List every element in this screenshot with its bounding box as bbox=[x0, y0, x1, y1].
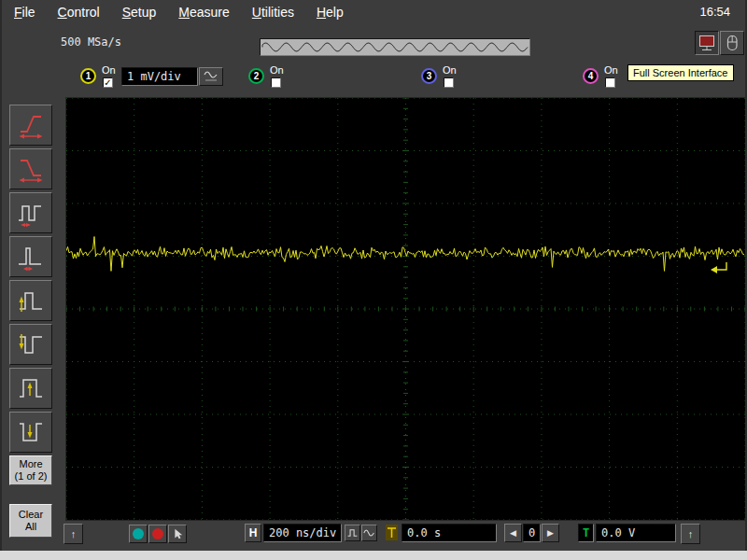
horizontal-settings-button[interactable]: H bbox=[245, 524, 261, 542]
channel-2-on-label: On bbox=[270, 64, 284, 76]
trigger-time-display[interactable]: 0.0 s bbox=[402, 524, 497, 542]
expand-right-panel-button[interactable]: ↑ bbox=[681, 524, 700, 544]
trigger-falling-edge-button[interactable] bbox=[9, 148, 52, 189]
channel-1-checkmark: ✓ bbox=[104, 77, 111, 88]
acquisition-preview-bar[interactable] bbox=[260, 38, 530, 56]
trigger-negative-pulse-button[interactable] bbox=[9, 324, 52, 365]
menu-bar: File Control Setup Measure Utilities Hel… bbox=[2, 0, 745, 24]
trigger-pulse-width-button[interactable] bbox=[9, 192, 52, 233]
touch-button[interactable] bbox=[168, 525, 187, 543]
run-indicator bbox=[133, 528, 144, 539]
sine-wave-icon bbox=[203, 70, 219, 83]
pulse-icon bbox=[346, 527, 359, 539]
delay-step-display[interactable]: 0 bbox=[523, 524, 541, 542]
channel-4-checkbox[interactable] bbox=[605, 77, 615, 88]
trigger-high-pulse-button[interactable] bbox=[9, 368, 52, 409]
timebase-display[interactable]: 200 ns/div bbox=[263, 524, 342, 542]
delay-increment-button[interactable]: ▶ bbox=[542, 524, 559, 542]
sine-icon bbox=[363, 527, 375, 539]
channel-1-on-label: On bbox=[102, 64, 116, 76]
channel-3-number: 3 bbox=[427, 71, 432, 81]
clear-all-button[interactable]: Clear All bbox=[9, 504, 52, 538]
menu-help[interactable]: Help bbox=[317, 5, 344, 20]
channel-4-on-label: On bbox=[604, 64, 618, 76]
trigger-low-pulse-button[interactable] bbox=[9, 412, 52, 453]
tooltip: Full Screen Interface bbox=[627, 64, 734, 81]
negative-pulse-icon bbox=[15, 329, 47, 360]
desktop-strip bbox=[0, 551, 747, 560]
up-arrow-icon: ↑ bbox=[688, 529, 694, 539]
oscilloscope-app-window: File Control Setup Measure Utilities Hel… bbox=[0, 0, 747, 551]
monitor-icon bbox=[696, 32, 718, 54]
more-label-line2: (1 of 2) bbox=[15, 470, 48, 483]
trigger-time-value: 0.0 s bbox=[407, 526, 441, 539]
trigger-label: T bbox=[583, 526, 589, 539]
menu-control[interactable]: Control bbox=[58, 5, 100, 20]
trigger-positive-pulse-button[interactable] bbox=[9, 280, 52, 321]
timebase-mode-sine-button[interactable] bbox=[361, 525, 377, 541]
run-button[interactable] bbox=[129, 525, 148, 543]
channel-1-button[interactable]: 1 bbox=[80, 68, 96, 84]
waveform-display[interactable] bbox=[65, 97, 746, 521]
trigger-time-icon bbox=[385, 524, 400, 542]
channel-3-checkbox[interactable] bbox=[444, 77, 454, 88]
delay-decrement-button[interactable]: ◀ bbox=[504, 524, 522, 542]
channel-1-scale-value: 1 mV/div bbox=[127, 70, 181, 83]
timebase-mode-pulse-button[interactable] bbox=[345, 525, 360, 541]
delay-step-value: 0 bbox=[529, 526, 535, 539]
stop-indicator bbox=[152, 528, 163, 539]
falling-edge-icon bbox=[15, 153, 47, 185]
menu-file[interactable]: File bbox=[14, 5, 35, 20]
channel-4-number: 4 bbox=[588, 71, 594, 81]
channel-3-on-label: On bbox=[443, 64, 457, 76]
trigger-rising-edge-button[interactable] bbox=[9, 105, 52, 146]
glitch-icon bbox=[15, 241, 47, 273]
menu-utilities[interactable]: Utilities bbox=[252, 5, 294, 20]
horizontal-label: H bbox=[249, 526, 258, 539]
trigger-level-display[interactable]: 0.0 V bbox=[596, 524, 676, 542]
channel-1-checkbox[interactable]: ✓ bbox=[103, 77, 113, 88]
graticule bbox=[66, 98, 745, 520]
clock: 16:54 bbox=[699, 5, 730, 19]
menu-setup[interactable]: Setup bbox=[122, 5, 157, 20]
up-arrow-icon: ↑ bbox=[71, 529, 77, 539]
channel-2-checkbox[interactable] bbox=[271, 77, 281, 88]
pulse-width-icon bbox=[15, 197, 47, 229]
menu-measure[interactable]: Measure bbox=[178, 5, 229, 20]
mouse-settings-button[interactable] bbox=[720, 31, 744, 55]
left-arrow-icon: ◀ bbox=[510, 529, 516, 538]
mouse-icon bbox=[721, 32, 743, 54]
stop-button[interactable] bbox=[148, 525, 167, 543]
right-arrow-icon: ▶ bbox=[547, 529, 554, 538]
sample-rate-readout: 500 MSa/s bbox=[61, 35, 121, 49]
acquisition-preview-waveform bbox=[261, 39, 529, 55]
waveform-trace bbox=[66, 237, 744, 272]
channel-1-scale-display[interactable]: 1 mV/div bbox=[121, 67, 198, 86]
rising-edge-icon bbox=[15, 109, 47, 141]
fullscreen-interface-button[interactable] bbox=[695, 31, 719, 55]
timebase-value: 200 ns/div bbox=[269, 526, 336, 539]
channel-4-button[interactable]: 4 bbox=[583, 68, 599, 84]
high-pulse-icon bbox=[15, 372, 47, 404]
channel-2-button[interactable]: 2 bbox=[248, 68, 264, 84]
more-label-line1: More bbox=[19, 458, 42, 470]
trigger-settings-button[interactable]: T bbox=[578, 524, 594, 542]
trigger-glitch-button[interactable] bbox=[9, 236, 52, 277]
channel-3-button[interactable]: 3 bbox=[421, 68, 437, 84]
clear-label-line2: All bbox=[25, 521, 36, 533]
clear-label-line1: Clear bbox=[19, 509, 43, 521]
channel-1-coupling-button[interactable] bbox=[199, 67, 223, 86]
positive-pulse-icon bbox=[15, 285, 47, 316]
low-pulse-icon bbox=[15, 416, 47, 448]
trigger-level-marker[interactable] bbox=[709, 259, 729, 277]
expand-left-panel-button[interactable]: ↑ bbox=[63, 524, 83, 544]
trigger-level-value: 0.0 V bbox=[601, 526, 635, 539]
channel-2-number: 2 bbox=[254, 71, 260, 81]
channel-1-number: 1 bbox=[86, 71, 92, 81]
more-button[interactable]: More (1 of 2) bbox=[9, 455, 52, 485]
pointer-icon bbox=[171, 527, 184, 540]
